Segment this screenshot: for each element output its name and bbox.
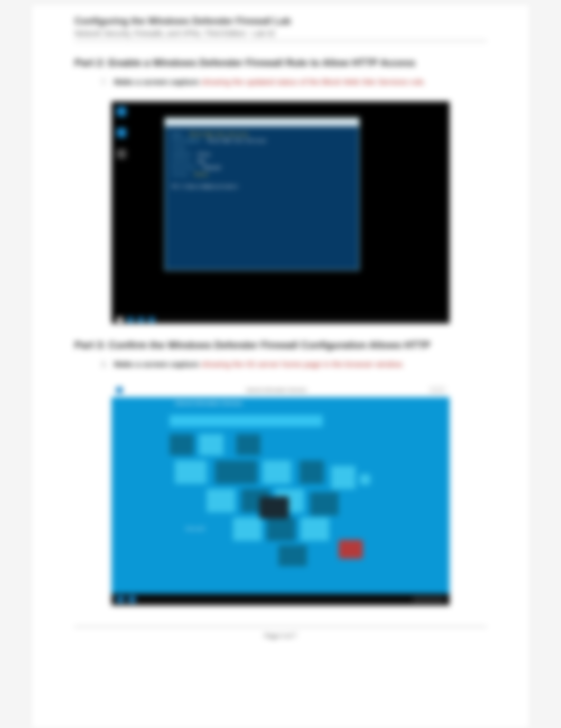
tile: [301, 518, 329, 541]
taskbar-icon: [128, 596, 136, 603]
ps-value: Block Web Site Services: [190, 132, 249, 137]
desktop-icon: [117, 107, 126, 116]
ps-value: Block Web Site Services: [208, 139, 266, 143]
tile: [278, 545, 307, 566]
item-lead: Make a screen capture: [114, 360, 199, 368]
browser-chrome: Internet Information Services: [111, 383, 450, 397]
desktop-icons: [117, 107, 126, 159]
item-number: 7.: [101, 77, 108, 86]
window-buttons: [429, 386, 445, 394]
ps-label: Enabled :: [172, 152, 198, 157]
ps-value: Inbound: [203, 165, 221, 170]
tile: [310, 492, 339, 515]
page-number: Page 4 of 7: [264, 632, 296, 640]
desktop-powershell: Name : Block Web Site Services DisplayNa…: [111, 102, 450, 324]
tile: [233, 518, 261, 541]
taskbar: [111, 316, 450, 324]
item-number: 3.: [101, 360, 108, 368]
iis-label: Internet Information Services: [175, 400, 242, 406]
iis-flag-icon: [339, 540, 363, 559]
taskbar: [111, 594, 450, 605]
tile: [267, 518, 295, 541]
ps-value: False: [198, 152, 210, 157]
screenshot-2: Internet Information Services Internet I…: [111, 383, 450, 605]
tile: [175, 460, 207, 484]
start-icon: [117, 596, 124, 603]
url-bar: Internet Information Services: [128, 388, 424, 393]
tile: [263, 460, 291, 484]
taskbar-icon: [138, 317, 144, 322]
part3-instruction: 3. Make a screen capture showing the IIS…: [101, 358, 487, 371]
iis-caption: Microsoft: [185, 526, 205, 531]
ps-label: Direction :: [172, 165, 203, 170]
taskbar-icon: [127, 317, 134, 322]
tile: [199, 434, 223, 455]
ps-label: Name :: [172, 132, 190, 137]
ie-icon: [116, 386, 123, 394]
doc-title: Configuring the Windows Defender Firewal…: [74, 16, 487, 27]
tile: [170, 434, 194, 455]
iis-tiles: [170, 434, 391, 556]
document-page: Configuring the Windows Defender Firewal…: [32, 5, 529, 728]
tile: [207, 489, 235, 512]
clock: [413, 596, 444, 603]
ps-label: Group :: [172, 145, 190, 150]
item-lead: Make a screen capture: [114, 77, 199, 86]
tile: [360, 474, 370, 485]
part3-heading: Part 3: Confirm the Windows Defender Fir…: [74, 339, 487, 351]
doc-header: Configuring the Windows Defender Firewal…: [74, 16, 487, 41]
powershell-window: Name : Block Web Site Services DisplayNa…: [164, 117, 360, 271]
tile: [300, 460, 324, 484]
desktop-icon: [117, 149, 126, 159]
part2-heading: Part 2: Enable a Windows Defender Firewa…: [74, 57, 487, 69]
screenshot-1: Name : Block Web Site Services DisplayNa…: [111, 102, 450, 324]
doc-subtitle: Network Security, Firewalls, and VPNs, T…: [74, 29, 487, 38]
start-icon: [117, 317, 123, 322]
part2-instruction: 7. Make a screen capture showing the upd…: [101, 76, 487, 88]
welcome-bar: [170, 415, 323, 427]
item-rest: showing the updated status of the Block …: [201, 77, 426, 86]
ps-label: DisplayName :: [172, 139, 208, 143]
ps-label: Action :: [172, 172, 195, 177]
ps-prompt: PS C:\Users\Administrator>: [172, 185, 238, 189]
iis-page: Internet Information Services: [111, 397, 450, 594]
tile: [236, 434, 260, 455]
taskbar-icon: [148, 317, 155, 322]
ps-value: Any: [198, 159, 205, 164]
powershell-body: Name : Block Web Site Services DisplayNa…: [165, 126, 359, 196]
iis-logo-icon: [259, 496, 289, 519]
powershell-titlebar: [165, 118, 359, 126]
item-rest: showing the IIS server home page in the …: [201, 360, 404, 368]
desktop-icon: [117, 128, 126, 137]
tile: [331, 466, 356, 489]
browser-iis: Internet Information Services Internet I…: [111, 383, 450, 605]
tile: [215, 460, 257, 484]
page-footer: Page 4 of 7: [74, 626, 487, 640]
ps-label: Profile :: [172, 159, 198, 164]
ps-value: Block: [195, 172, 208, 177]
